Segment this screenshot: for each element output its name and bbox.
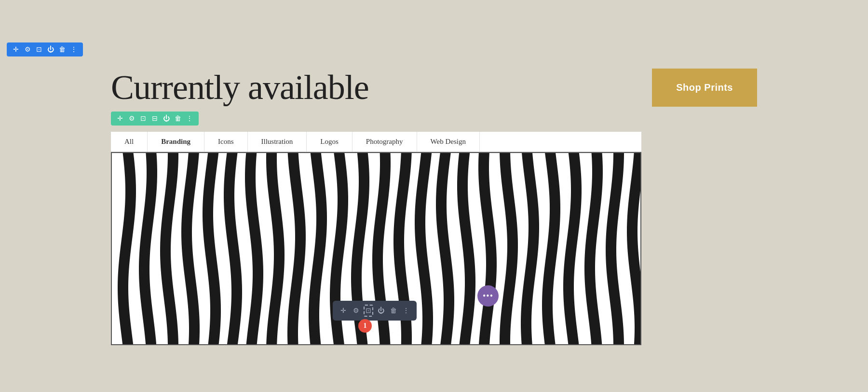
power-icon-inner[interactable]: ⏻: [376, 307, 386, 315]
add-icon[interactable]: ✛: [12, 45, 20, 54]
add-icon-green[interactable]: ✛: [116, 114, 124, 123]
delete-icon[interactable]: 🗑: [58, 46, 67, 54]
tab-web-design[interactable]: Web Design: [417, 132, 480, 152]
delete-icon-green[interactable]: 🗑: [174, 115, 182, 123]
settings-icon-green[interactable]: ⚙: [127, 114, 136, 123]
green-toolbar[interactable]: ✛ ⚙ ⊡ ⊟ ⏻ 🗑 ⋮: [111, 112, 199, 126]
more-icon-inner[interactable]: ⋮: [401, 307, 411, 315]
tab-icons[interactable]: Icons: [204, 132, 248, 152]
header-row: Currently available Shop Prints: [111, 68, 757, 108]
power-icon-green[interactable]: ⏻: [162, 115, 171, 123]
columns-icon-green[interactable]: ⊟: [150, 114, 159, 123]
more-dots-icon: •••: [483, 292, 493, 300]
inner-toolbar[interactable]: ✛ ⚙ ⊡ ⏻ 🗑 ⋮: [333, 301, 417, 321]
page-title: Currently available: [111, 68, 369, 108]
more-button[interactable]: •••: [477, 285, 499, 307]
tab-logos[interactable]: Logos: [307, 132, 353, 152]
power-icon[interactable]: ⏻: [46, 46, 55, 54]
filter-tabs: All Branding Icons Illustration Logos Ph…: [111, 132, 641, 152]
layout-icon-green[interactable]: ⊡: [139, 114, 148, 123]
tab-illustration[interactable]: Illustration: [248, 132, 307, 152]
more-icon-green[interactable]: ⋮: [185, 114, 194, 123]
settings-icon-inner[interactable]: ⚙: [351, 307, 361, 315]
top-toolbar[interactable]: ✛ ⚙ ⊡ ⏻ 🗑 ⋮: [7, 42, 83, 56]
notification-badge: 1: [358, 319, 372, 333]
tab-all[interactable]: All: [111, 132, 148, 152]
delete-icon-inner[interactable]: 🗑: [389, 307, 398, 315]
content-block: ✛ ⚙ ⊡ ⊟ ⏻ 🗑 ⋮ All Branding Icons Illustr…: [111, 132, 641, 345]
dashed-box-icon[interactable]: ⊡: [364, 305, 373, 317]
main-content: Currently available Shop Prints ✛ ⚙ ⊡ ⊟ …: [0, 68, 868, 345]
layout-icon[interactable]: ⊡: [35, 45, 43, 54]
tab-photography[interactable]: Photography: [353, 132, 417, 152]
shop-prints-button[interactable]: Shop Prints: [652, 69, 757, 107]
settings-icon[interactable]: ⚙: [23, 45, 32, 54]
move-icon-inner[interactable]: ✛: [339, 307, 348, 315]
tab-branding[interactable]: Branding: [148, 132, 204, 152]
more-icon[interactable]: ⋮: [69, 45, 78, 54]
